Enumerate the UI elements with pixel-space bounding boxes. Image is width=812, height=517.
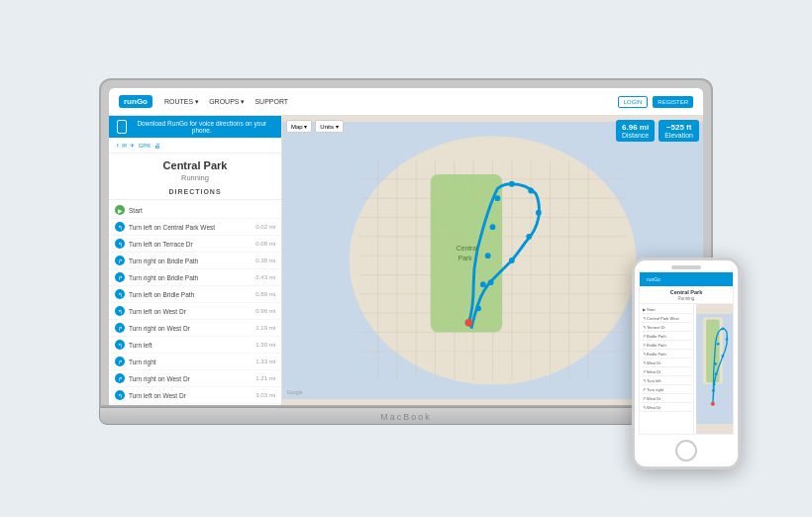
sidebar-social: f ✉ ✈ GPK 🖨 bbox=[109, 138, 281, 154]
dir-text: Turn left on Central Park West bbox=[129, 224, 252, 231]
login-button[interactable]: LOGIN bbox=[618, 96, 649, 108]
direction-item: ↰ Turn left on Central Park West 0.02 mi bbox=[109, 219, 281, 236]
macbook-label: MacBook bbox=[100, 408, 712, 422]
turn-left-icon: ↰ bbox=[115, 390, 125, 400]
iphone-screen: runGo Central Park Running ▶ Start ↰ Cen… bbox=[639, 271, 734, 435]
phone-icon bbox=[117, 120, 127, 134]
direction-item: ↰ Turn left on West Dr 0.96 mi bbox=[109, 303, 281, 320]
svg-point-34 bbox=[509, 258, 515, 263]
macbook-screen: runGo ROUTES ▾ GROUPS ▾ SUPPORT LOGIN RE… bbox=[109, 88, 703, 405]
macbook-screen-outer: runGo ROUTES ▾ GROUPS ▾ SUPPORT LOGIN RE… bbox=[99, 78, 713, 407]
dir-text: Start bbox=[129, 207, 271, 214]
dir-text: Turn right on Bridle Path bbox=[129, 258, 252, 264]
direction-item: ↱ Turn right on West Dr 1.21 mi bbox=[109, 370, 281, 387]
svg-text:Google: Google bbox=[287, 390, 303, 395]
svg-point-30 bbox=[509, 181, 515, 187]
dir-dist: 3.03 mi bbox=[255, 392, 275, 398]
iphone-dir-item: ↰ West Dr bbox=[641, 359, 692, 367]
nav-items: ROUTES ▾ GROUPS ▾ SUPPORT bbox=[164, 98, 288, 106]
iphone-header: runGo bbox=[640, 272, 733, 286]
sidebar-subtitle: Running bbox=[109, 173, 281, 186]
map-type-button[interactable]: Map ▾ bbox=[286, 120, 312, 133]
macbook-base: MacBook bbox=[99, 407, 713, 425]
app-container: runGo ROUTES ▾ GROUPS ▾ SUPPORT LOGIN RE… bbox=[109, 88, 703, 405]
turn-icon: ↱ bbox=[115, 357, 125, 366]
direction-item: ↰ Turn left 1.30 mi bbox=[109, 337, 281, 354]
iphone-dirs-list: ▶ Start ↰ Central Park West ↰ Terrace Dr… bbox=[640, 304, 694, 434]
turn-icon: ↰ bbox=[115, 340, 125, 350]
dir-dist: 1.19 mi bbox=[255, 325, 275, 331]
svg-point-35 bbox=[488, 279, 494, 285]
dir-dist: 1.30 mi bbox=[255, 342, 275, 348]
turn-right-icon: ↱ bbox=[115, 256, 125, 265]
iphone: runGo Central Park Running ▶ Start ↰ Cen… bbox=[632, 258, 741, 469]
svg-point-46 bbox=[717, 343, 720, 346]
banner-text: Download RunGo for voice directions on y… bbox=[131, 120, 273, 134]
svg-point-44 bbox=[713, 382, 716, 385]
iphone-speaker bbox=[671, 265, 701, 269]
app-logo: runGo bbox=[119, 95, 152, 108]
iphone-dir-item: ↱ West Dr bbox=[641, 367, 692, 376]
iphone-dir-item: ↱ Bridle Path bbox=[641, 341, 692, 350]
dir-text: Turn left on West Dr bbox=[129, 392, 252, 399]
svg-text:Park: Park bbox=[458, 255, 473, 261]
directions-list: ▶ Start ↰ Turn left on Central Park West… bbox=[109, 200, 281, 405]
direction-item: ↱ Turn right 1.33 mi bbox=[109, 354, 281, 370]
header-right: LOGIN REGISTER bbox=[618, 96, 693, 108]
elevation-stat: ~525 ft Elevation bbox=[659, 120, 699, 142]
svg-point-45 bbox=[714, 362, 717, 365]
sidebar: Download RunGo for voice directions on y… bbox=[109, 116, 282, 405]
dir-text: Turn left on Terrace Dr bbox=[129, 241, 252, 248]
register-button[interactable]: REGISTER bbox=[653, 96, 693, 108]
dir-text: Turn left bbox=[129, 342, 252, 349]
dir-text: Turn left on West Dr bbox=[129, 308, 252, 315]
direction-item: ↱ Turn right on Bridle Path 0.43 mi bbox=[109, 269, 281, 286]
dir-dist: 0.96 mi bbox=[255, 308, 275, 314]
turn-left-icon: ↰ bbox=[115, 306, 125, 316]
nav-routes[interactable]: ROUTES ▾ bbox=[164, 98, 199, 106]
svg-point-33 bbox=[526, 234, 532, 240]
iphone-map bbox=[696, 304, 733, 434]
dir-text: Turn left on Bridle Path bbox=[129, 291, 252, 298]
dir-dist: 0.02 mi bbox=[255, 224, 275, 230]
svg-point-29 bbox=[494, 195, 500, 201]
turn-left-icon: ↰ bbox=[115, 222, 125, 232]
nav-support[interactable]: SUPPORT bbox=[254, 98, 288, 106]
svg-point-36 bbox=[475, 305, 481, 311]
direction-item: ▶ Start bbox=[109, 202, 281, 219]
app-header: runGo ROUTES ▾ GROUPS ▾ SUPPORT LOGIN RE… bbox=[109, 88, 703, 116]
dir-text: Turn right on West Dr bbox=[129, 325, 252, 332]
iphone-title: Central Park bbox=[640, 286, 733, 296]
iphone-subtitle: Running bbox=[640, 296, 733, 304]
turn-left-icon: ↰ bbox=[115, 289, 125, 299]
turn-right-icon: ↱ bbox=[115, 373, 125, 383]
dir-text: Turn right on West Dr bbox=[129, 375, 252, 382]
iphone-dir-item: ↰ Central Park West bbox=[641, 314, 692, 323]
units-button[interactable]: Units ▾ bbox=[315, 120, 343, 133]
svg-point-49 bbox=[722, 355, 725, 358]
map-toolbar: Map ▾ Units ▾ bbox=[286, 120, 344, 133]
svg-rect-24 bbox=[431, 174, 502, 332]
iphone-logo: runGo bbox=[644, 275, 663, 283]
iphone-dir-item: ↱ Bridle Path bbox=[641, 332, 692, 341]
sidebar-title: Central Park bbox=[109, 154, 281, 173]
dir-text: Turn right on Bridle Path bbox=[129, 274, 252, 281]
svg-rect-42 bbox=[706, 319, 719, 382]
elevation-label: Elevation bbox=[664, 132, 693, 139]
dir-dist: 1.33 mi bbox=[255, 359, 275, 364]
social-icons: f ✉ ✈ GPK 🖨 bbox=[117, 142, 160, 149]
direction-item: ↰ Turn left on West Dr 3.03 mi bbox=[109, 387, 281, 404]
svg-point-48 bbox=[726, 338, 729, 341]
iphone-dirs: ▶ Start ↰ Central Park West ↰ Terrace Dr… bbox=[640, 304, 733, 434]
direction-item: ↰ Turn left on Bridle Path 0.89 mi bbox=[109, 286, 281, 303]
turn-right-icon: ↱ bbox=[115, 323, 125, 333]
iphone-dir-item: ↱ West Dr bbox=[641, 394, 692, 403]
elevation-value: ~525 ft bbox=[664, 123, 693, 132]
nav-groups[interactable]: GROUPS ▾ bbox=[209, 98, 245, 106]
svg-point-32 bbox=[536, 210, 542, 216]
dir-dist: 0.89 mi bbox=[255, 291, 275, 297]
iphone-dir-item: ↰ Terrace Dr bbox=[641, 323, 692, 332]
iphone-home-button[interactable] bbox=[675, 440, 697, 462]
scene: runGo ROUTES ▾ GROUPS ▾ SUPPORT LOGIN RE… bbox=[0, 0, 812, 517]
distance-value: 6.96 mi bbox=[622, 123, 649, 132]
